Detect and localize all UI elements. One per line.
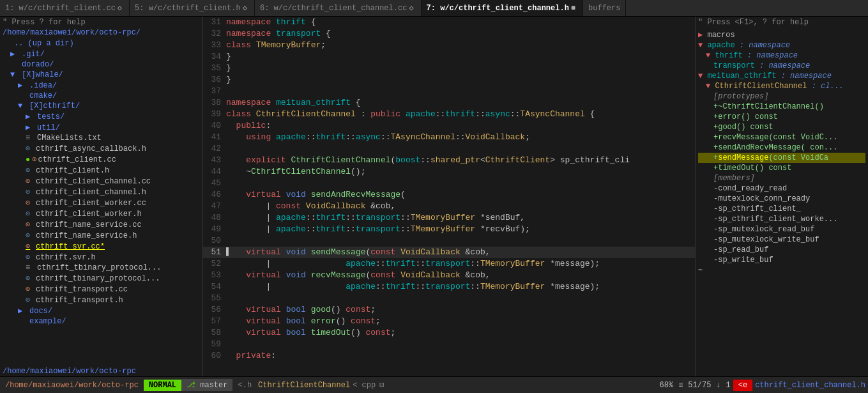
tree-item-nameservice-h[interactable]: ⊙ cthrift_name_service.h	[0, 230, 202, 241]
apache-label: apache	[707, 41, 735, 50]
triangle-icon: ▼	[698, 41, 707, 50]
tree-item-nameservice-cc[interactable]: ⊙ cthrift_name_service.cc	[0, 219, 202, 230]
sidebar-help: " Press ? for help	[0, 17, 202, 28]
tree-item-idea[interactable]: ▶ .idea/	[0, 80, 202, 91]
h-icon: ⊙	[26, 252, 34, 262]
fn-label: +sendAndRecvMessage( con...	[713, 143, 837, 152]
tree-item-git[interactable]: ▶ .git/	[0, 49, 202, 59]
cc-icon: ⊙	[32, 155, 36, 164]
sidebar: " Press ? for help /home/maxiaowei/work/…	[0, 17, 203, 376]
outline-destructor[interactable]: +~CthriftClientChannel()	[698, 102, 865, 112]
tree-item-svr-h[interactable]: ⊙ cthrift.svr.h	[0, 252, 202, 263]
code-line-43: 43 explicit CthriftClientChannel(boost::…	[203, 155, 695, 166]
tree-item-async-cb-h[interactable]: ⊙ cthrift_async_callback.h	[0, 143, 202, 154]
expand-icon: ▼	[18, 102, 27, 111]
outline-apache-ns[interactable]: ▼ apache : namespace	[698, 40, 865, 50]
outline-sp-read-buf[interactable]: -sp_read_buf	[698, 245, 865, 255]
outline-timedout[interactable]: +timedOut() const	[698, 163, 865, 173]
main-layout: " Press ? for help /home/maxiaowei/work/…	[0, 17, 868, 376]
ns-label: : namespace	[759, 61, 810, 70]
tree-item-label: cthrift_transport.cc	[36, 285, 128, 294]
outline-sp-write-buf[interactable]: -sp_write_buf	[698, 255, 865, 265]
tab-7[interactable]: 7: w/c/cthrift_client_channel.h ■	[422, 0, 583, 16]
tab-1[interactable]: 1: w/c/cthrift_client.cc ◇	[0, 0, 130, 16]
code-line-42: 42	[203, 143, 695, 155]
code-line-45: 45	[203, 178, 695, 189]
outline-transport-ns[interactable]: transport : namespace	[698, 61, 865, 71]
code-line-60: 60 private:	[203, 350, 695, 362]
member-label: -sp_mutexlock_write_buf	[713, 235, 819, 244]
outline-sp-mutex-read[interactable]: -sp_mutexlock_read_buf	[698, 224, 865, 235]
outline-cls[interactable]: ▼ CthriftClientChannel : cl...	[698, 81, 865, 91]
tree-item-client-h[interactable]: ⊙ cthrift_client.h	[0, 165, 202, 176]
tree-item-label: dorado/	[22, 60, 54, 69]
code-line-39: 39 class CthriftClientChannel : public a…	[203, 109, 695, 120]
tree-item-svr-cc[interactable]: ⊙ cthrift_svr.cc*	[0, 241, 202, 252]
tree-item-label: .. (up a dir)	[14, 39, 74, 48]
tree-item-cmake[interactable]: cmake/	[0, 91, 202, 101]
fn-label: +sendMessage(const VoidCa	[713, 153, 828, 162]
editor-pane[interactable]: 31 namespace thrift { 32 namespace trans…	[203, 17, 696, 376]
outline-sp-mutex-write[interactable]: -sp_mutexlock_write_buf	[698, 235, 865, 245]
tree-item-dorado[interactable]: dorado/	[0, 59, 202, 70]
code-line-32: 32 namespace transport {	[203, 28, 695, 40]
code-line-53: 53 virtual void recvMessage(const VoidCa…	[203, 270, 695, 281]
tree-item-label: cthrift_client.cc	[38, 155, 116, 164]
tree-item-cthrift[interactable]: ▼ [X]cthrift/	[0, 101, 202, 111]
tree-item-util[interactable]: ▶ util/	[0, 122, 202, 133]
outline-cond-ready-read[interactable]: -cond_ready_read	[698, 183, 865, 194]
code-line-44: 44 ~CthriftClientChannel();	[203, 166, 695, 178]
arrow-label: < cpp	[353, 381, 376, 390]
outline-good[interactable]: +good() const	[698, 122, 865, 132]
tree-item-label: util/	[37, 123, 60, 132]
tree-item-worker-h[interactable]: ⊙ cthrift_client_worker.h	[0, 208, 202, 219]
tree-item-up[interactable]: .. (up a dir)	[0, 38, 202, 49]
status-mode: NORMAL	[144, 380, 181, 391]
status-right: 68% ≡ 51/75 ↓ 1 <e cthrift_client_channe…	[657, 380, 868, 391]
tree-item-label: cthrift_async_callback.h	[36, 144, 146, 153]
code-line-40: 40 public:	[203, 120, 695, 132]
tree-item-tbinary1[interactable]: ≡ cthrift_tbinary_protocol...	[0, 263, 202, 273]
dot-icon: ●	[26, 155, 30, 164]
h-icon: ⊙	[26, 144, 34, 153]
arrow-icon: ▶	[698, 31, 707, 40]
expand-icon: ▶	[18, 81, 27, 90]
outline-macros[interactable]: ▶ macros	[698, 29, 865, 40]
tab-5-indicator: ◇	[243, 3, 247, 13]
tree-item-worker-cc[interactable]: ⊙ cthrift_client_worker.cc	[0, 197, 202, 208]
tab-6[interactable]: 6: w/c/cthrift_client_channel.cc ◇	[255, 0, 422, 16]
tree-item-whale[interactable]: ▼ [X]whale/	[0, 70, 202, 80]
tree-item-example[interactable]: example/	[0, 316, 202, 327]
outline-sp-cthrift[interactable]: -sp_cthrift_client_	[698, 204, 865, 214]
tab-1-label: 1: w/c/cthrift_client.cc	[5, 4, 116, 13]
tree-item-channel-h[interactable]: ⊙ cthrift_client_channel.h	[0, 187, 202, 197]
code-area[interactable]: 31 namespace thrift { 32 namespace trans…	[203, 17, 695, 376]
outline-mutexlock-conn[interactable]: -mutexlock_conn_ready	[698, 194, 865, 204]
outline-recvmsg[interactable]: +recvMessage(const VoidC...	[698, 132, 865, 143]
tree-item-cmakelists[interactable]: ≡ CMakeLists.txt	[0, 133, 202, 143]
right-panel: " Press <F1>, ? for help ▶ macros ▼ apac…	[696, 17, 868, 376]
tab-5-label: 5: w/c/cthrift_client.h	[135, 4, 241, 13]
tab-5[interactable]: 5: w/c/cthrift_client.h ◇	[130, 0, 255, 16]
tree-item-transport-h[interactable]: ⊙ cthrift_transport.h	[0, 295, 202, 305]
tilde-label: ~	[698, 266, 703, 275]
outline-meituan-ns[interactable]: ▼ meituan_cthrift : namespace	[698, 71, 865, 81]
tree-item-label: [X]whale/	[22, 70, 63, 79]
cls-label: CthriftClientChannel	[715, 82, 807, 91]
outline-sp-cthrift-worker[interactable]: -sp_cthrift_client_worke...	[698, 214, 865, 224]
tab-buffers[interactable]: buffers	[583, 0, 626, 16]
outline-sendrecv[interactable]: +sendAndRecvMessage( con...	[698, 143, 865, 153]
tree-item-tests[interactable]: ▶ tests/	[0, 111, 202, 122]
ns-label: : namespace	[747, 51, 798, 60]
tree-item-client-cc[interactable]: ● ⊙ cthrift_client.cc	[0, 154, 202, 165]
tree-item-tbinary2[interactable]: ⊙ cthrift_tbinary_protocol...	[0, 273, 202, 284]
h-icon: ⊙	[26, 187, 34, 197]
outline-error[interactable]: +error() const	[698, 112, 865, 122]
tree-item-channel-cc[interactable]: ⊙ cthrift_client_channel.cc	[0, 176, 202, 187]
outline-sendmsg[interactable]: +sendMessage(const VoidCa	[698, 153, 865, 163]
status-pct: 68%	[657, 381, 676, 390]
outline-thrift-ns[interactable]: ▼ thrift : namespace	[698, 50, 865, 61]
tree-item-docs[interactable]: ▶ docs/	[0, 305, 202, 316]
tree-item-transport-cc[interactable]: ⊙ cthrift_transport.cc	[0, 284, 202, 295]
fn-label: +error() const	[713, 112, 778, 121]
